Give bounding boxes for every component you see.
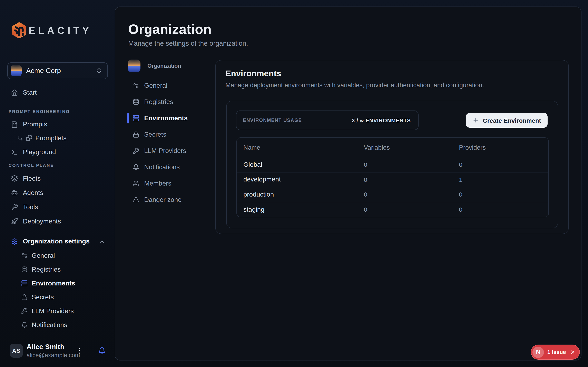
settings-nav-title: Organization — [147, 63, 181, 69]
env-variables: 0 — [364, 191, 459, 198]
settings-nav-item-environments[interactable]: Environments — [128, 110, 215, 126]
settings-nav-item-label: Members — [144, 180, 171, 187]
settings-nav-header: Organization — [128, 59, 215, 72]
settings-nav-item-label: Secrets — [144, 131, 166, 138]
chevrons-up-down-icon — [95, 67, 103, 74]
key-icon — [133, 148, 139, 154]
brand-wordmark: ELACITY — [29, 25, 92, 36]
sidebar-item-fleets[interactable]: Fleets — [0, 171, 115, 185]
bell-icon — [133, 164, 139, 170]
org-avatar — [11, 65, 22, 76]
settings-nav-item-danger-zone[interactable]: Danger zone — [128, 192, 215, 208]
dismiss-issues-button[interactable] — [569, 349, 576, 356]
environments-table: NameVariablesProvidersGlobal00developmen… — [236, 137, 549, 217]
table-row-production[interactable]: production00 — [237, 187, 548, 202]
create-environment-button[interactable]: Create Environment — [466, 113, 548, 128]
sidebar-item-prompts[interactable]: Prompts — [0, 117, 115, 131]
notifications-button[interactable] — [95, 344, 108, 357]
settings-nav-item-label: Notifications — [144, 164, 180, 171]
server-icon — [133, 115, 139, 122]
puzzle-icon — [26, 135, 32, 142]
sidebar-item-environments[interactable]: Environments — [0, 276, 115, 290]
column-header-variables: Variables — [364, 144, 459, 151]
column-header-name: Name — [237, 144, 364, 151]
sidebar-item-label: Prompts — [23, 121, 47, 128]
table-row-development[interactable]: development01 — [237, 172, 548, 187]
environments-card: Environments Manage deployment environme… — [215, 60, 569, 234]
env-variables: 0 — [364, 206, 459, 213]
bot-icon — [11, 189, 18, 196]
sidebar-item-label: Deployments — [23, 217, 61, 225]
table-row-global[interactable]: Global00 — [237, 157, 548, 172]
sidebar-item-start[interactable]: Start — [0, 86, 115, 100]
environment-usage-box: ENVIRONMENT USAGE 3 / ∞ ENVIRONMENTS — [236, 110, 419, 130]
gear-icon — [11, 238, 18, 245]
sidebar-item-agents[interactable]: Agents — [0, 185, 115, 200]
user-more-button[interactable] — [73, 344, 86, 357]
issue-badge[interactable]: N 1 Issue — [531, 345, 580, 360]
sliders-icon — [133, 82, 139, 89]
database-icon — [21, 267, 27, 273]
org-switcher[interactable]: Acme Corp — [7, 62, 108, 79]
user-meta: Alice Smith alice@example.com — [26, 343, 73, 359]
plus-icon — [473, 117, 479, 124]
settings-nav-item-members[interactable]: Members — [128, 175, 215, 192]
organization-avatar — [128, 59, 140, 72]
sidebar-item-deployments[interactable]: Deployments — [0, 214, 115, 228]
env-providers: 0 — [459, 206, 548, 213]
sidebar-item-tools[interactable]: Tools — [0, 200, 115, 214]
layers-icon — [11, 175, 18, 182]
sidebar-item-label: Registries — [32, 266, 61, 273]
database-icon — [133, 99, 139, 105]
issue-badge-label: 1 Issue — [547, 349, 566, 355]
page-title: Organization — [128, 22, 212, 37]
sidebar-item-label: Tools — [23, 203, 38, 211]
settings-nav-item-notifications[interactable]: Notifications — [128, 159, 215, 175]
corner-down-right-icon — [17, 135, 23, 141]
environments-inner-panel: ENVIRONMENT USAGE 3 / ∞ ENVIRONMENTS Cre… — [226, 101, 558, 228]
chevron-up-icon — [99, 238, 105, 244]
table-row-staging[interactable]: staging00 — [237, 202, 548, 217]
environments-title: Environments — [225, 68, 281, 78]
lock-icon — [21, 294, 27, 300]
env-name: development — [237, 176, 364, 183]
settings-nav-item-label: Registries — [144, 98, 173, 106]
sidebar-item-label: General — [32, 252, 55, 259]
sidebar-item-label: Fleets — [23, 175, 41, 182]
sidebar-item-label: Agents — [23, 189, 43, 196]
home-icon — [11, 89, 18, 96]
env-providers: 0 — [459, 191, 548, 198]
key-icon — [21, 308, 27, 314]
sidebar-item-notifications[interactable]: Notifications — [0, 318, 115, 332]
sidebar-item-label: Secrets — [32, 294, 54, 301]
env-providers: 0 — [459, 161, 548, 168]
brand: ELACITY — [12, 22, 92, 38]
sidebar-item-playground[interactable]: Playground — [0, 145, 115, 159]
settings-nav-item-llm-providers[interactable]: LLM Providers — [128, 143, 215, 159]
usage-row: ENVIRONMENT USAGE 3 / ∞ ENVIRONMENTS Cre… — [236, 110, 548, 130]
org-name: Acme Corp — [26, 67, 91, 75]
sidebar-item-general[interactable]: General — [0, 249, 115, 263]
settings-nav-item-label: LLM Providers — [144, 147, 186, 155]
terminal-icon — [11, 149, 18, 156]
settings-nav-item-secrets[interactable]: Secrets — [128, 126, 215, 143]
env-name: staging — [237, 206, 364, 213]
file-text-icon — [11, 121, 18, 128]
settings-nav-item-registries[interactable]: Registries — [128, 94, 215, 110]
settings-nav-item-general[interactable]: General — [128, 77, 215, 94]
sidebar-item-label: LLM Providers — [32, 308, 74, 315]
environments-subtitle: Manage deployment environments with vari… — [225, 82, 484, 89]
sidebar-item-llm-providers[interactable]: LLM Providers — [0, 304, 115, 318]
ellipsis-vertical-icon — [75, 347, 83, 355]
env-name: production — [237, 191, 364, 198]
sidebar-item-organization-settings[interactable]: Organization settings — [0, 234, 115, 249]
sidebar-nav: StartPROMPT ENGINEERINGPromptsPromptlets… — [0, 86, 115, 332]
bell-icon — [98, 347, 106, 355]
user-email: alice@example.com — [26, 352, 73, 359]
sidebar-item-promptlets[interactable]: Promptlets — [0, 131, 115, 145]
lock-icon — [133, 131, 139, 138]
user-menu: AS Alice Smith alice@example.com — [10, 343, 109, 358]
bell-icon — [21, 322, 27, 328]
sidebar-item-registries[interactable]: Registries — [0, 263, 115, 276]
sidebar-item-secrets[interactable]: Secrets — [0, 290, 115, 304]
